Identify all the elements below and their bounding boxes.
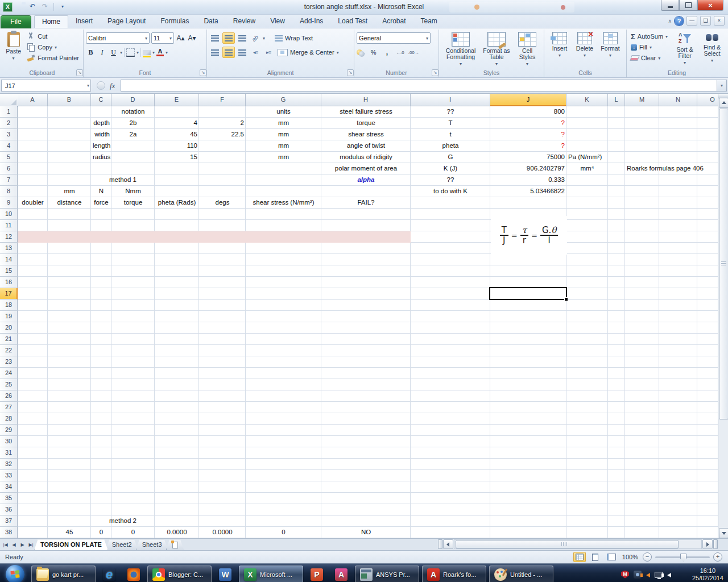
cell-H7[interactable]: alpha bbox=[321, 174, 411, 186]
horizontal-scrollbar[interactable] bbox=[438, 539, 718, 549]
cell-D2[interactable]: 2b bbox=[111, 118, 155, 129]
taskbar-clock[interactable]: 16:10 25/02/2014 bbox=[692, 567, 723, 582]
increase-indent-button[interactable]: ▸≡ bbox=[263, 47, 274, 57]
cell-I7[interactable]: ?? bbox=[411, 174, 490, 186]
tab-home[interactable]: Home bbox=[34, 15, 68, 28]
row-header-12[interactable]: 12 bbox=[0, 231, 18, 243]
cell-G4[interactable]: mm bbox=[246, 140, 321, 152]
row-header-11[interactable]: 11 bbox=[0, 220, 18, 231]
scroll-left-button[interactable] bbox=[443, 539, 453, 549]
accounting-format-button[interactable]: ▾ bbox=[357, 47, 365, 57]
scroll-up-button[interactable] bbox=[719, 98, 728, 108]
row-header-30[interactable]: 30 bbox=[0, 436, 18, 447]
column-header-A[interactable]: A bbox=[18, 94, 48, 106]
column-header-M[interactable]: M bbox=[625, 94, 659, 106]
cell-K5[interactable]: Pa (N/mm²) bbox=[566, 152, 608, 163]
align-center-button[interactable] bbox=[222, 47, 235, 58]
insert-cells-button[interactable]: Insert▾ bbox=[549, 30, 570, 58]
cell-K6[interactable]: mm⁴ bbox=[566, 163, 608, 174]
cell-E5[interactable]: 15 bbox=[155, 152, 199, 163]
cell-E2[interactable]: 4 bbox=[155, 118, 199, 129]
taskbar-button-firefox[interactable] bbox=[123, 566, 144, 582]
name-box[interactable]: J17▾ bbox=[1, 80, 91, 92]
selected-cell-J17[interactable] bbox=[489, 287, 567, 300]
cell-styles-button[interactable]: Cell Styles▾ bbox=[515, 30, 540, 66]
insert-worksheet-tab[interactable] bbox=[166, 539, 184, 550]
file-tab[interactable]: File bbox=[1, 16, 31, 28]
alignment-dialog-launcher[interactable]: ↘ bbox=[347, 69, 354, 76]
column-header-I[interactable]: I bbox=[411, 94, 490, 106]
cell-E9[interactable]: pheta (Rads) bbox=[155, 197, 199, 209]
cell-D3[interactable]: 2a bbox=[111, 129, 155, 140]
cell-C38[interactable]: 0 bbox=[91, 527, 111, 538]
row-header-6[interactable]: 6 bbox=[0, 163, 18, 174]
cell-C8[interactable]: N bbox=[91, 186, 111, 197]
help-button[interactable]: ? bbox=[675, 16, 684, 26]
cell-H38[interactable]: NO bbox=[321, 527, 411, 538]
cell-A9[interactable]: doubler bbox=[18, 197, 48, 209]
column-header-K[interactable]: K bbox=[566, 94, 608, 106]
cell-J6[interactable]: 906.2402797 bbox=[490, 163, 566, 174]
previous-sheet-button[interactable]: ◀ bbox=[10, 542, 18, 547]
tab-acrobat[interactable]: Acrobat bbox=[375, 15, 413, 27]
cell-C7[interactable]: method 1 bbox=[91, 174, 155, 186]
cell-D38[interactable]: 0 bbox=[111, 527, 155, 538]
cell-F38[interactable]: 0.0000 bbox=[199, 527, 246, 538]
insert-function-button[interactable]: fx bbox=[110, 81, 115, 90]
cell-J2[interactable]: ? bbox=[490, 118, 566, 129]
sort-filter-button[interactable]: Sort & Filter▾ bbox=[673, 30, 697, 65]
row-header-26[interactable]: 26 bbox=[0, 390, 18, 402]
scroll-down-button[interactable] bbox=[719, 528, 728, 538]
taskbar-button-word[interactable] bbox=[214, 566, 236, 582]
cell-F2[interactable]: 2 bbox=[199, 118, 246, 129]
taskbar-button-powerpoint[interactable] bbox=[306, 566, 328, 582]
comma-style-button[interactable]: , bbox=[382, 48, 392, 57]
next-sheet-button[interactable]: ▶ bbox=[19, 542, 26, 547]
taskbar-button-access[interactable] bbox=[330, 566, 352, 582]
cell-C4[interactable]: length bbox=[91, 140, 111, 152]
cell-G9[interactable]: shear stress (N/mm²) bbox=[246, 197, 321, 209]
cell-G5[interactable]: mm bbox=[246, 152, 321, 163]
format-cells-button[interactable]: Format▾ bbox=[599, 30, 621, 58]
tab-split-handle[interactable] bbox=[438, 539, 442, 549]
last-sheet-button[interactable]: ▶| bbox=[27, 542, 35, 547]
italic-button[interactable]: I bbox=[97, 48, 107, 57]
row-header-21[interactable]: 21 bbox=[0, 334, 18, 345]
row-header-18[interactable]: 18 bbox=[0, 300, 18, 311]
column-header-G[interactable]: G bbox=[246, 94, 321, 106]
cell-C3[interactable]: width bbox=[91, 129, 111, 140]
cell-E3[interactable]: 45 bbox=[155, 129, 199, 140]
align-right-button[interactable] bbox=[237, 47, 248, 57]
cell-D1[interactable]: notation bbox=[111, 106, 155, 118]
close-button[interactable]: × bbox=[697, 0, 723, 11]
number-format-select[interactable]: General▾ bbox=[357, 32, 431, 44]
maximize-button[interactable] bbox=[679, 0, 697, 11]
decrease-indent-button[interactable]: ◂≡ bbox=[250, 47, 261, 57]
horizontal-scroll-track[interactable] bbox=[454, 539, 702, 549]
cell-G2[interactable]: mm bbox=[246, 118, 321, 129]
column-header-H[interactable]: H bbox=[321, 94, 411, 106]
cell-J7[interactable]: 0.333 bbox=[490, 174, 566, 186]
first-sheet-button[interactable]: |◀ bbox=[2, 542, 9, 547]
page-layout-view-button[interactable] bbox=[589, 552, 602, 562]
cell-B9[interactable]: distance bbox=[48, 197, 91, 209]
zoom-slider-thumb[interactable] bbox=[680, 554, 686, 562]
column-header-E[interactable]: E bbox=[155, 94, 199, 106]
underline-dropdown-icon[interactable]: ▾ bbox=[120, 50, 122, 55]
tab-team[interactable]: Team bbox=[413, 15, 445, 27]
cell-D8[interactable]: Nmm bbox=[111, 186, 155, 197]
row-header-9[interactable]: 9 bbox=[0, 197, 18, 209]
fill-button[interactable]: ↓Fill▾ bbox=[629, 42, 669, 52]
increase-decimal-button[interactable]: ←.0 bbox=[396, 50, 404, 55]
row-header-14[interactable]: 14 bbox=[0, 254, 18, 265]
taskbar-button-pdf[interactable]: Roark's fo... bbox=[422, 566, 486, 582]
normal-view-button[interactable] bbox=[573, 552, 586, 562]
cell-H6[interactable]: polar moment of area bbox=[321, 163, 411, 174]
row-header-22[interactable]: 22 bbox=[0, 345, 18, 356]
speaker-tray-icon[interactable] bbox=[667, 573, 671, 577]
tab-page-layout[interactable]: Page Layout bbox=[100, 15, 153, 27]
taskbar-button-ansys[interactable]: ANSYS Pr... bbox=[355, 566, 419, 582]
format-painter-button[interactable]: Format Painter bbox=[25, 53, 81, 63]
sheet-tab-torsion-on-plate[interactable]: TORSION ON PLATE bbox=[34, 539, 108, 550]
tab-formulas[interactable]: Formulas bbox=[153, 15, 196, 27]
